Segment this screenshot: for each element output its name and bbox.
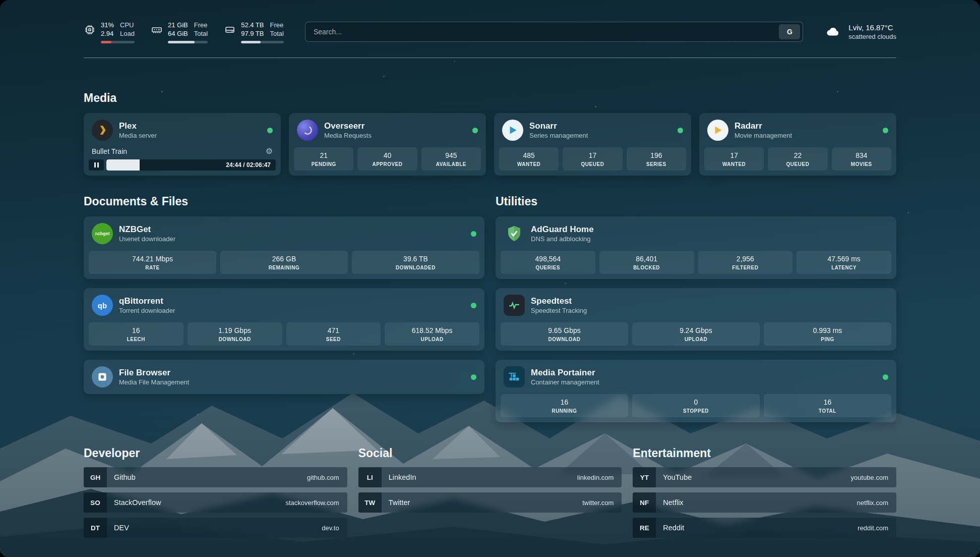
app-subtitle: Torrent downloader — [119, 306, 175, 315]
snow-specks — [0, 0, 2, 2]
stat-label: APPROVED — [359, 161, 415, 167]
bookmark-dev[interactable]: DT DEV dev.to — [84, 518, 347, 538]
status-dot — [471, 303, 476, 308]
stat-label: LEECH — [91, 337, 181, 342]
card-header: qb qBittorrent Torrent downloader — [84, 288, 484, 322]
stat-value: 471 — [288, 326, 379, 335]
disk-label-bottom: Total — [270, 29, 283, 38]
topbar-divider — [84, 58, 896, 58]
stat-label: PENDING — [296, 161, 351, 167]
seek-bar[interactable]: 24:44 / 02:06:47 — [106, 159, 276, 171]
app-subtitle: Usenet downloader — [119, 235, 175, 243]
stat-seed: 471 SEED — [286, 322, 381, 346]
stat-value: 22 — [770, 151, 825, 160]
media-grid: Plex Media server Bullet Train ⚙ 24:44 /… — [84, 113, 896, 176]
stat-label: AVAILABLE — [423, 161, 479, 167]
stats-row: 485 WANTED 17 QUEUED 196 SERIES — [494, 147, 691, 176]
stat-value: 40 — [359, 151, 415, 160]
app-meta: Media Portainer Container management — [531, 367, 599, 386]
stat-label: UPLOAD — [634, 337, 758, 342]
stats-row: 16 LEECH 1.19 Gbps DOWNLOAD 471 SEED — [84, 322, 484, 351]
stat-queued: 22 QUEUED — [768, 147, 827, 171]
app-card-plex[interactable]: Plex Media server Bullet Train ⚙ 24:44 /… — [84, 113, 281, 176]
stat-value: 17 — [565, 151, 620, 160]
bookmark-linkedin[interactable]: LI LinkedIn linkedin.com — [358, 467, 622, 487]
bookmark-url: stackoverflow.com — [285, 499, 339, 507]
cloud-icon — [823, 24, 842, 39]
bookmark-reddit[interactable]: RE Reddit reddit.com — [633, 518, 896, 538]
speedtest-icon — [504, 295, 525, 316]
stat-running: 16 RUNNING — [501, 394, 628, 417]
section-title-social: Social — [358, 447, 622, 460]
bookmark-name: Netflix — [663, 498, 683, 507]
filebrowser-icon — [92, 366, 113, 387]
bookmarks-entertainment: Entertainment YT YouTube youtube.com NF … — [633, 447, 896, 538]
stat-value: 16 — [766, 398, 889, 407]
stat-value: 21 — [296, 151, 351, 160]
disk-total-value: 97.9 TB — [241, 29, 264, 38]
stat-latency: 47.569 ms LATENCY — [797, 251, 891, 274]
documents-column: Documents & Files nzbget NZBGet Usenet d… — [84, 195, 484, 394]
stat-upload: 618.52 Mbps UPLOAD — [385, 322, 479, 346]
card-header: File Browser Media File Management — [84, 360, 484, 394]
search-bar[interactable]: G — [305, 22, 803, 42]
stats-row: 21 PENDING 40 APPROVED 945 AVAILABLE — [289, 147, 486, 176]
bookmark-github[interactable]: GH Github github.com — [84, 467, 347, 487]
stat-value: 9.24 Gbps — [634, 326, 758, 335]
stat-remaining: 266 GB REMAINING — [220, 251, 348, 274]
pause-button[interactable] — [89, 159, 104, 171]
bookmark-abbr: TW — [358, 492, 382, 513]
app-card-qbittorrent[interactable]: qb qBittorrent Torrent downloader 16 LEE… — [84, 288, 484, 351]
bookmark-abbr: RE — [633, 518, 656, 538]
bookmark-abbr: GH — [84, 467, 107, 487]
app-card-overseerr[interactable]: Overseerr Media Requests 21 PENDING 40 A… — [289, 113, 486, 176]
bookmark-name: StackOverflow — [114, 498, 161, 507]
stat-label: DOWNLOAD — [190, 337, 280, 342]
stat-label: RUNNING — [503, 408, 626, 414]
app-card-speedtest[interactable]: Speedtest Speedtest Tracking 9.65 Gbps D… — [496, 288, 896, 351]
settings-gear-icon[interactable]: ⚙ — [266, 147, 273, 156]
stat-label: LATENCY — [799, 265, 889, 270]
stats-row: 17 WANTED 22 QUEUED 834 MOVIES — [699, 147, 896, 176]
app-card-adguard[interactable]: AdGuard Home DNS and adblocking 498,564 … — [496, 216, 896, 279]
disk-free-value: 52.4 TB — [241, 21, 264, 29]
app-card-portainer[interactable]: Media Portainer Container management 16 … — [496, 360, 896, 422]
cpu-icon — [84, 24, 96, 36]
stats-row: 744.21 Mbps RATE 266 GB REMAINING 39.6 T… — [84, 251, 484, 279]
app-meta: Plex Media server — [119, 121, 157, 140]
utilities-column: Utilities — [496, 195, 896, 422]
stat-approved: 40 APPROVED — [357, 147, 417, 171]
app-card-filebrowser[interactable]: File Browser Media File Management — [84, 360, 484, 394]
bookmark-netflix[interactable]: NF Netflix netflix.com — [633, 492, 896, 513]
section-title-media: Media — [84, 91, 896, 105]
stat-value: 16 — [503, 398, 626, 407]
app-meta: Radarr Movie management — [734, 121, 792, 140]
stat-movies: 834 MOVIES — [832, 147, 891, 171]
bookmark-name: Twitter — [389, 498, 410, 507]
stat-rate: 744.21 Mbps RATE — [89, 251, 216, 274]
app-card-nzbget[interactable]: nzbget NZBGet Usenet downloader 744.21 M… — [84, 216, 484, 279]
stat-value: 2,956 — [700, 255, 791, 263]
bookmark-stackoverflow[interactable]: SO StackOverflow stackoverflow.com — [84, 492, 347, 513]
stat-value: 47.569 ms — [799, 255, 889, 263]
search-engine-button[interactable]: G — [779, 24, 800, 39]
app-card-sonarr[interactable]: Sonarr Series management 485 WANTED 17 Q… — [494, 113, 691, 176]
overseerr-icon — [297, 120, 318, 141]
stat-label: QUEUED — [770, 161, 825, 167]
disk-usage-bar — [241, 41, 284, 43]
bookmark-twitter[interactable]: TW Twitter twitter.com — [358, 492, 622, 513]
stat-download: 1.19 Gbps DOWNLOAD — [188, 322, 282, 346]
stat-upload: 9.24 Gbps UPLOAD — [632, 322, 760, 346]
cpu-label-bottom: Load — [120, 29, 135, 38]
section-title-documents: Documents & Files — [84, 195, 484, 208]
stat-download: 9.65 Gbps DOWNLOAD — [501, 322, 628, 346]
stat-label: RATE — [91, 265, 214, 270]
app-card-radarr[interactable]: Radarr Movie management 17 WANTED 22 QUE… — [699, 113, 896, 176]
search-input[interactable] — [305, 28, 779, 36]
stat-label: QUERIES — [503, 265, 593, 270]
bookmark-youtube[interactable]: YT YouTube youtube.com — [633, 467, 896, 487]
weather-condition: scattered clouds — [848, 32, 896, 41]
status-dot — [883, 128, 888, 133]
bookmark-name: DEV — [114, 524, 129, 532]
memory-free-value: 21 GiB — [168, 21, 188, 29]
